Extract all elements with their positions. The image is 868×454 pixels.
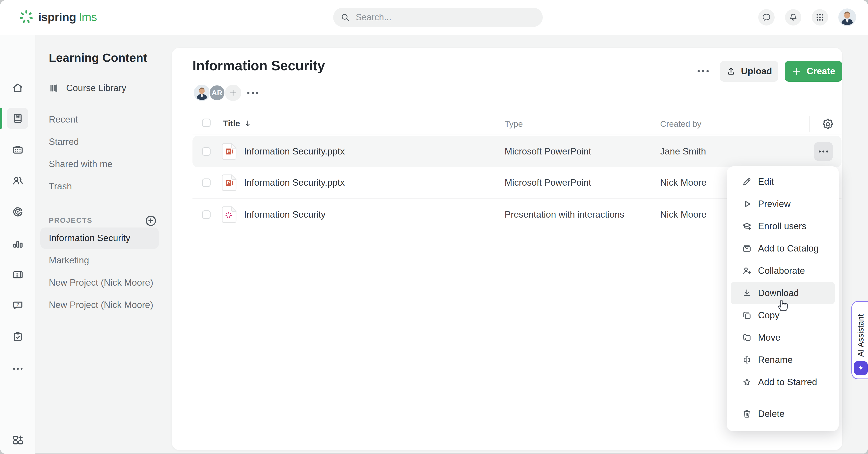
rail-active-indicator <box>0 108 2 129</box>
star-icon <box>742 377 752 387</box>
row-actions-button[interactable] <box>814 142 833 161</box>
plus-icon <box>229 89 237 97</box>
menu-item-collaborate[interactable]: Collaborate <box>731 260 835 282</box>
notifications-button[interactable] <box>785 9 801 26</box>
sidebar-item-shared-with-me[interactable]: Shared with me <box>49 159 113 169</box>
menu-item-download[interactable]: Download <box>731 282 835 304</box>
project-item-marketing[interactable]: Marketing <box>40 250 159 271</box>
column-header-title[interactable]: Title <box>223 119 252 128</box>
svg-text:?: ? <box>17 302 19 307</box>
messages-button[interactable] <box>758 9 775 26</box>
menu-item-edit[interactable]: Edit <box>731 170 835 193</box>
calendar-icon[interactable] <box>11 143 24 156</box>
create-button[interactable]: Create <box>785 61 842 82</box>
more-icon[interactable] <box>11 362 24 375</box>
upload-label: Upload <box>741 66 772 76</box>
logo-text: ispring lms <box>38 10 97 24</box>
add-collaborator-button[interactable] <box>225 85 241 101</box>
collaborator-avatar-photo[interactable] <box>194 85 210 101</box>
menu-item-label: Delete <box>758 409 784 419</box>
project-item-new-project-1[interactable]: New Project (Nick Moore) <box>40 272 159 293</box>
file-title[interactable]: Information Security.pptx <box>244 146 345 157</box>
svg-text:P: P <box>227 149 230 154</box>
ispring-logo[interactable]: ispring lms <box>18 9 97 25</box>
people-icon[interactable] <box>11 174 24 187</box>
reports-icon[interactable] <box>11 237 24 250</box>
top-bar: ispring lms <box>0 0 868 35</box>
info-panel-icon[interactable] <box>11 268 24 281</box>
column-label: Created by <box>660 119 701 128</box>
engagement-icon[interactable] <box>11 205 24 218</box>
svg-text:P: P <box>227 181 230 186</box>
learning-content-icon[interactable] <box>11 112 24 125</box>
menu-item-add-to-catalog[interactable]: Add to Catalog <box>731 237 835 260</box>
sidebar-item-recent[interactable]: Recent <box>49 114 78 125</box>
menu-item-preview[interactable]: Preview <box>731 193 835 215</box>
column-label: Title <box>223 119 240 128</box>
sidebar-link-label: Recent <box>49 115 78 125</box>
ispring-flower-icon <box>18 9 34 25</box>
upload-button[interactable]: Upload <box>720 61 778 82</box>
project-item-information-security[interactable]: Information Security <box>40 227 159 249</box>
project-label: New Project (Nick Moore) <box>49 300 153 310</box>
select-all-checkbox[interactable] <box>202 119 211 127</box>
table-settings-gear-icon[interactable] <box>822 118 834 130</box>
row-checkbox[interactable] <box>202 179 211 187</box>
page-title: Information Security <box>192 58 325 73</box>
menu-item-move[interactable]: Move <box>731 326 835 349</box>
sidebar-item-trash[interactable]: Trash <box>49 181 72 192</box>
column-header-created-by[interactable]: Created by <box>660 119 701 129</box>
move-icon <box>742 332 752 343</box>
collaborator-photo <box>194 85 210 101</box>
menu-item-label: Move <box>758 332 780 343</box>
table-row[interactable]: P Information Security.pptx Microsoft Po… <box>192 136 841 167</box>
folder-more-options-button[interactable] <box>698 70 709 72</box>
collaborators-more-button[interactable] <box>247 92 258 94</box>
menu-item-enroll-users[interactable]: Enroll users <box>731 215 835 237</box>
table-header: Title Type Created by <box>192 115 841 134</box>
search-icon <box>341 12 350 22</box>
menu-item-label: Preview <box>758 199 791 209</box>
menu-item-label: Edit <box>758 176 774 187</box>
row-checkbox[interactable] <box>202 147 211 156</box>
file-created-by: Nick Moore <box>660 177 707 188</box>
collaborate-icon <box>742 266 752 276</box>
trash-icon <box>742 409 752 419</box>
project-item-new-project-2[interactable]: New Project (Nick Moore) <box>40 294 159 316</box>
apps-add-icon[interactable] <box>11 434 24 447</box>
ai-assistant-tab[interactable]: AI Assistant <box>851 301 868 379</box>
ellipsis-icon <box>819 151 828 153</box>
projects-section-label: PROJECTS <box>49 216 92 225</box>
collaborator-avatar-initials[interactable]: AR <box>209 85 225 101</box>
add-project-button[interactable] <box>145 215 157 227</box>
sidebar-title: Learning Content <box>49 51 147 65</box>
support-chat-icon[interactable]: ? <box>11 299 24 312</box>
copy-icon <box>742 310 752 321</box>
search-bar[interactable] <box>333 8 543 27</box>
sparkle-icon <box>856 364 865 372</box>
tasks-icon[interactable] <box>11 330 24 343</box>
menu-item-delete[interactable]: Delete <box>731 403 835 425</box>
project-label: Marketing <box>49 255 89 266</box>
file-type: Microsoft PowerPoint <box>505 177 591 188</box>
enroll-users-icon <box>742 221 752 231</box>
sidebar-item-starred[interactable]: Starred <box>49 136 79 147</box>
user-avatar[interactable] <box>838 8 856 26</box>
menu-item-add-to-starred[interactable]: Add to Starred <box>731 371 835 393</box>
file-title[interactable]: Information Security <box>244 209 326 220</box>
project-label: New Project (Nick Moore) <box>49 278 153 288</box>
menu-item-copy[interactable]: Copy <box>731 304 835 326</box>
sidebar-item-course-library[interactable]: Course Library <box>49 83 126 94</box>
row-checkbox[interactable] <box>202 210 211 219</box>
menu-item-rename[interactable]: Rename <box>731 349 835 371</box>
rename-icon <box>742 355 752 365</box>
file-title[interactable]: Information Security.pptx <box>244 177 345 188</box>
sort-descending-icon <box>244 119 252 128</box>
apps-grid-button[interactable] <box>812 9 828 26</box>
menu-divider <box>732 398 833 398</box>
column-header-type[interactable]: Type <box>505 119 523 129</box>
menu-item-label: Enroll users <box>758 221 806 231</box>
home-icon[interactable] <box>11 82 24 94</box>
search-input[interactable] <box>355 12 535 23</box>
column-label: Type <box>505 119 523 128</box>
